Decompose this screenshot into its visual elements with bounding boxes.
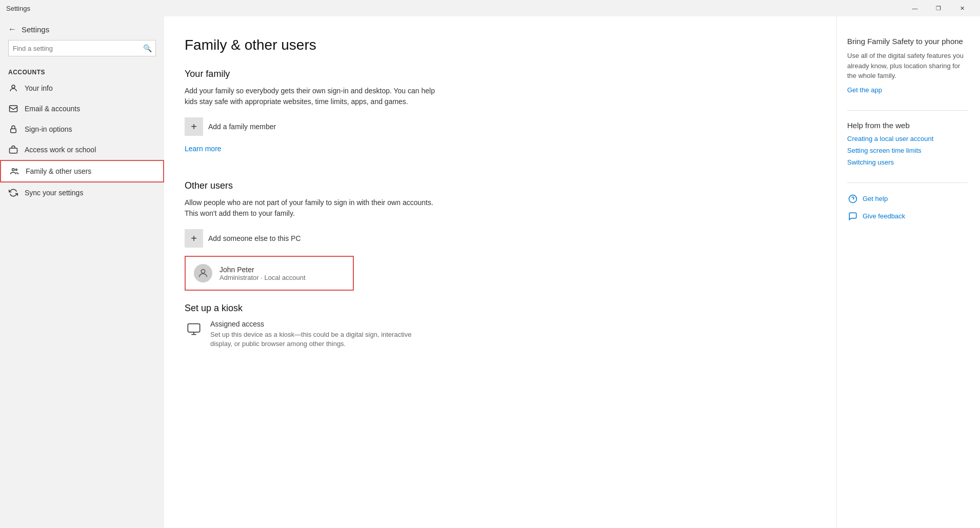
- panel-divider: [847, 110, 968, 111]
- sidebar-item-sign-in[interactable]: Sign-in options: [0, 119, 164, 139]
- sidebar-item-label: Your info: [25, 84, 53, 92]
- get-help-icon: [847, 193, 858, 205]
- add-someone-button[interactable]: + Add someone else to this PC: [185, 229, 806, 248]
- other-users-title: Other users: [185, 180, 806, 191]
- sidebar-item-your-info[interactable]: Your info: [0, 78, 164, 98]
- other-users-section: Other users Allow people who are not par…: [185, 180, 806, 291]
- your-family-title: Your family: [185, 69, 806, 79]
- give-feedback-icon: [847, 211, 858, 222]
- kiosk-title: Set up a kiosk: [185, 303, 806, 314]
- family-safety-section: Bring Family Safety to your phone Use al…: [847, 37, 968, 94]
- kiosk-item[interactable]: Assigned access Set up this device as a …: [185, 320, 806, 349]
- email-icon: [8, 104, 18, 114]
- sidebar-item-label: Family & other users: [26, 167, 91, 175]
- sidebar-item-label: Email & accounts: [25, 105, 80, 113]
- help-from-web-title: Help from the web: [847, 121, 968, 130]
- svg-point-0: [12, 85, 15, 88]
- panel-divider-2: [847, 182, 968, 183]
- briefcase-icon: [8, 145, 18, 155]
- page-title: Family & other users: [185, 37, 806, 53]
- titlebar-left: Settings: [6, 5, 30, 12]
- sidebar-item-access-work[interactable]: Access work or school: [0, 139, 164, 160]
- get-help-item[interactable]: Get help: [847, 193, 968, 205]
- right-panel: Bring Family Safety to your phone Use al…: [836, 16, 980, 528]
- titlebar: Settings — ❐ ✕: [0, 0, 980, 16]
- learn-more-link[interactable]: Learn more: [185, 145, 222, 153]
- back-button[interactable]: ← Settings: [0, 21, 164, 38]
- sidebar-item-email-accounts[interactable]: Email & accounts: [0, 98, 164, 119]
- svg-rect-7: [188, 324, 199, 332]
- svg-point-4: [12, 169, 15, 171]
- svg-rect-1: [10, 106, 17, 112]
- kiosk-text: Assigned access Set up this device as a …: [210, 320, 415, 349]
- add-someone-label: Add someone else to this PC: [208, 234, 301, 242]
- svg-point-6: [201, 270, 205, 273]
- help-section: Get help Give feedback: [847, 193, 968, 222]
- main-content: Family & other users Your family Add you…: [164, 16, 836, 528]
- help-from-web-section: Help from the web Creating a local user …: [847, 121, 968, 166]
- your-family-section: Your family Add your family so everybody…: [185, 69, 806, 168]
- avatar: [194, 264, 212, 282]
- search-input[interactable]: [9, 45, 139, 52]
- svg-point-5: [15, 169, 17, 171]
- lock-icon: [8, 124, 18, 134]
- titlebar-controls: — ❐ ✕: [903, 0, 974, 16]
- app-title: Settings: [22, 25, 49, 34]
- creating-local-user-link[interactable]: Creating a local user account: [847, 135, 968, 143]
- app-body: ← Settings 🔍 Accounts Your info Email & …: [0, 16, 980, 528]
- kiosk-name: Assigned access: [210, 320, 415, 328]
- close-button[interactable]: ✕: [950, 0, 974, 16]
- sidebar-section-label: Accounts: [0, 65, 164, 78]
- add-family-icon: +: [185, 117, 203, 136]
- get-help-label[interactable]: Get help: [863, 195, 888, 202]
- maximize-button[interactable]: ❐: [927, 0, 950, 16]
- svg-rect-2: [11, 129, 16, 133]
- sync-icon: [8, 188, 18, 198]
- people-icon: [9, 166, 19, 176]
- sidebar-item-label: Access work or school: [25, 146, 96, 154]
- family-safety-desc: Use all of the digital safety features y…: [847, 51, 968, 81]
- sidebar-item-sync[interactable]: Sync your settings: [0, 182, 164, 203]
- user-name: John Peter: [219, 266, 306, 274]
- screen-time-link[interactable]: Setting screen time limits: [847, 147, 968, 154]
- your-family-desc: Add your family so everybody gets their …: [185, 86, 441, 107]
- give-feedback-item[interactable]: Give feedback: [847, 211, 968, 222]
- sidebar-item-family-other[interactable]: Family & other users: [0, 160, 164, 182]
- family-safety-title: Bring Family Safety to your phone: [847, 37, 968, 46]
- kiosk-desc: Set up this device as a kiosk—this could…: [210, 330, 415, 349]
- get-the-app-link[interactable]: Get the app: [847, 86, 968, 94]
- svg-rect-3: [10, 148, 17, 153]
- user-john-peter[interactable]: John Peter Administrator · Local account: [185, 256, 354, 291]
- user-info: John Peter Administrator · Local account: [219, 266, 306, 281]
- kiosk-icon: [185, 320, 203, 338]
- sidebar-item-label: Sign-in options: [25, 125, 72, 133]
- person-icon: [8, 83, 18, 93]
- switching-users-link[interactable]: Switching users: [847, 158, 968, 166]
- kiosk-section: Set up a kiosk Assigned access Set up th…: [185, 303, 806, 349]
- minimize-button[interactable]: —: [903, 0, 927, 16]
- other-users-desc: Allow people who are not part of your fa…: [185, 197, 441, 219]
- search-icon: 🔍: [139, 40, 155, 56]
- back-icon: ←: [8, 25, 16, 34]
- sidebar-item-label: Sync your settings: [25, 189, 83, 197]
- user-role: Administrator · Local account: [219, 274, 306, 281]
- search-box[interactable]: 🔍: [8, 40, 156, 56]
- titlebar-title: Settings: [6, 5, 30, 12]
- sidebar: ← Settings 🔍 Accounts Your info Email & …: [0, 16, 164, 528]
- add-family-member-button[interactable]: + Add a family member: [185, 117, 806, 136]
- add-someone-icon: +: [185, 229, 203, 248]
- give-feedback-label[interactable]: Give feedback: [863, 212, 905, 220]
- add-family-label: Add a family member: [208, 123, 276, 131]
